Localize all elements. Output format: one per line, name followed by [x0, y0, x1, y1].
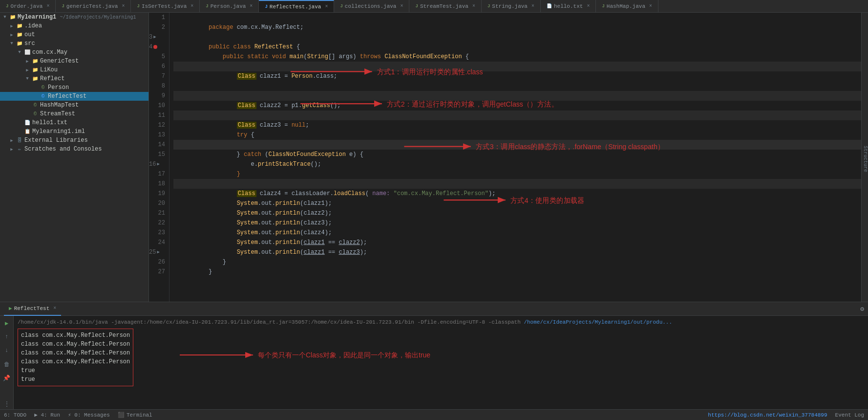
- run-command: /home/cx/jdk-14.0.1/bin/java -javaagent:…: [18, 318, 864, 327]
- code-editor[interactable]: package com.cx.May.Reflect; public class…: [169, 13, 861, 302]
- folder-icon: 📁: [16, 22, 23, 30]
- expand-arrow: ▼: [8, 40, 16, 47]
- close-icon[interactable]: ×: [587, 0, 590, 13]
- svg-text:每个类只有一个Class对象，因此是同一个对象，输出true: 每个类只有一个Class对象，因此是同一个对象，输出true: [258, 351, 430, 359]
- close-icon[interactable]: ×: [191, 0, 193, 13]
- run-button[interactable]: ▶: [1, 318, 12, 329]
- iml-file-icon: 📋: [23, 128, 31, 135]
- close-icon[interactable]: ×: [400, 0, 403, 13]
- status-terminal[interactable]: ⬛ Terminal: [118, 412, 152, 418]
- sidebar-item-streamtest[interactable]: ▶ © StreamTest: [0, 110, 148, 118]
- close-icon[interactable]: ×: [325, 0, 328, 13]
- output-line-4: class com.cx.May.Reflect.Person: [21, 357, 130, 366]
- main-area: ▼ 📁 Mylearning1 ~/IdeaProjects/Mylearnin…: [0, 13, 868, 302]
- code-line-1: package com.cx.May.Reflect;: [173, 13, 861, 22]
- code-line-6: Class clazz1 = Person.class;: [173, 62, 861, 71]
- structure-panel[interactable]: Structure: [861, 13, 868, 302]
- code-line-2: [173, 22, 861, 32]
- run-output: /home/cx/jdk-14.0.1/bin/java -javaagent:…: [14, 316, 868, 409]
- code-line-11: Class clazz3 = null;: [173, 111, 861, 120]
- code-container: 1 2 3 ▶ 4 5 6 7 8 9 10 11 12 13 14 15: [149, 13, 868, 302]
- expand-arrow: ▶: [8, 145, 16, 153]
- code-line-10: [173, 101, 861, 111]
- status-messages[interactable]: ⚡ 0: Messages: [68, 412, 110, 418]
- close-icon[interactable]: ×: [531, 0, 534, 13]
- sidebar-item-out[interactable]: ▶ 📁 out: [0, 30, 148, 39]
- external-libs-icon: 🗄: [16, 136, 23, 144]
- status-todo[interactable]: 6: TODO: [4, 412, 26, 418]
- package-icon: ⬜: [23, 48, 31, 56]
- expand-arrow: ▶: [8, 31, 16, 39]
- tab-hello[interactable]: 📄 hello.txt ×: [541, 0, 596, 13]
- sidebar-item-reflect[interactable]: ▼ 📁 Reflect: [0, 74, 148, 83]
- tab-run[interactable]: ▶ ReflectTest ×: [4, 302, 61, 316]
- tab-string[interactable]: J String.java ×: [482, 0, 541, 13]
- run-toolbar: ▶ ↑ ↓ 🗑 📌 ⋮: [0, 316, 14, 409]
- tab-hashmap[interactable]: J HashMap.java ×: [596, 0, 658, 13]
- code-line-3: public class ReflectTest {: [173, 32, 861, 42]
- java-class-icon: ©: [39, 92, 47, 100]
- tab-generic[interactable]: J genericTest.java ×: [56, 0, 131, 13]
- java-class-icon: ©: [31, 110, 39, 118]
- tab-streamtest[interactable]: J StreamTest.java ×: [409, 0, 481, 13]
- settings2-button[interactable]: ⋮: [1, 398, 12, 409]
- code-line-26: }: [173, 257, 861, 267]
- code-line-9: Class clazz2 = p1.getClass();: [173, 91, 861, 101]
- close-icon[interactable]: ×: [649, 0, 652, 13]
- pin-button[interactable]: 📌: [1, 373, 12, 383]
- code-line-19: System.out.println(clazz1);: [173, 189, 861, 199]
- output-line-6: true: [21, 375, 130, 384]
- folder-icon: 📁: [31, 57, 39, 65]
- sidebar-item-likou[interactable]: ▶ 📁 LiKou: [0, 66, 148, 74]
- close-icon[interactable]: ×: [472, 0, 475, 13]
- tab-isser[interactable]: J IsSerTest.java ×: [131, 0, 200, 13]
- sidebar-item-hashmaptest[interactable]: ▶ © HashMapTest: [0, 101, 148, 110]
- structure-label[interactable]: Structure: [863, 146, 868, 172]
- sidebar-item-generictest[interactable]: ▶ 📁 GenericTest: [0, 57, 148, 66]
- tab-person[interactable]: J Person.java ×: [200, 0, 259, 13]
- tab-reflecttest[interactable]: J ReflectTest.java ×: [259, 0, 334, 13]
- sidebar-item-hello1[interactable]: ▶ 📄 hello1.txt: [0, 118, 148, 127]
- close-icon[interactable]: ×: [250, 0, 253, 13]
- project-sidebar: ▼ 📁 Mylearning1 ~/IdeaProjects/Mylearnin…: [0, 13, 149, 302]
- close-icon[interactable]: ×: [122, 0, 125, 13]
- sidebar-item-idea[interactable]: ▶ 📁 .idea: [0, 22, 148, 30]
- settings-button[interactable]: ⚙: [860, 305, 864, 313]
- expand-arrow: ▼: [23, 75, 31, 83]
- scroll-up-button[interactable]: ↑: [1, 332, 12, 342]
- close-icon[interactable]: ×: [53, 302, 56, 315]
- sidebar-item-comcxmay[interactable]: ▼ ⬜ com.cx.May: [0, 48, 148, 57]
- code-line-24: System.out.println(clazz1 == clazz3);: [173, 238, 861, 247]
- close-icon[interactable]: ×: [46, 0, 49, 13]
- clear-button[interactable]: 🗑: [1, 359, 12, 370]
- line-numbers: 1 2 3 ▶ 4 5 6 7 8 9 10 11 12 13 14 15: [149, 13, 169, 302]
- code-line-21: System.out.println(clazz3);: [173, 208, 861, 218]
- output-line-2: class com.cx.May.Reflect.Person: [21, 340, 130, 349]
- sidebar-item-external-libs[interactable]: ▶ 🗄 External Libraries: [0, 136, 148, 145]
- tab-order[interactable]: J Order.java ×: [0, 0, 56, 13]
- status-bar: 6: TODO ▶ 4: Run ⚡ 0: Messages ⬛ Termina…: [0, 409, 868, 420]
- output-annotation-svg: 每个类只有一个Class对象，因此是同一个对象，输出true: [175, 335, 517, 375]
- output-line-5: true: [21, 366, 130, 375]
- sidebar-item-iml[interactable]: ▶ 📋 Mylearning1.iml: [0, 127, 148, 136]
- expand-arrow: ▶: [8, 136, 16, 144]
- txt-file-icon: 📄: [23, 119, 31, 127]
- code-line-27: [173, 267, 861, 277]
- code-line-8: Person p1 = new Person();: [173, 81, 861, 91]
- status-run[interactable]: ▶ 4: Run: [34, 412, 60, 418]
- code-line-23: System.out.println(clazz1 == clazz2);: [173, 228, 861, 238]
- scroll-down-button[interactable]: ↓: [1, 345, 12, 356]
- run-icon: ▶: [9, 302, 12, 315]
- project-folder-icon: 📁: [9, 13, 17, 21]
- code-line-18: Class clazz4 = classLoader.loadClass( na…: [173, 179, 861, 189]
- code-line-7: [173, 71, 861, 81]
- output-line-3: class com.cx.May.Reflect.Person: [21, 349, 130, 357]
- project-root[interactable]: ▼ 📁 Mylearning1 ~/IdeaProjects/Mylearnin…: [0, 13, 148, 22]
- java-class-icon: ©: [39, 84, 47, 91]
- tab-collections[interactable]: J collections.java ×: [334, 0, 409, 13]
- folder-icon: 📁: [31, 66, 39, 74]
- sidebar-item-reflecttest[interactable]: ▶ © ReflectTest: [0, 92, 148, 101]
- sidebar-item-person[interactable]: ▶ © Person: [0, 83, 148, 92]
- sidebar-item-src[interactable]: ▼ 📁 src: [0, 39, 148, 48]
- sidebar-item-scratches[interactable]: ▶ ✏ Scratches and Consoles: [0, 145, 148, 154]
